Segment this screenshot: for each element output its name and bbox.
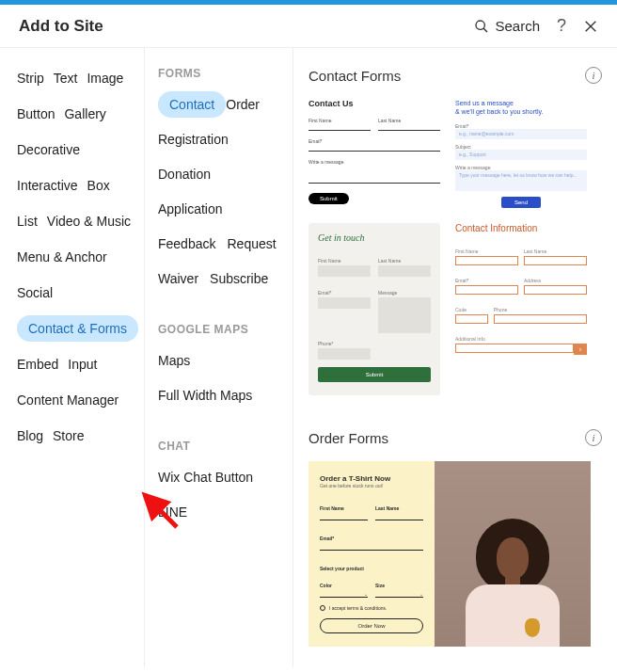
field-placeholder: Type your message here, let us know how … [455, 170, 587, 191]
field-label: Write a message [455, 165, 490, 170]
panel-header: Add to Site Search ? [0, 5, 617, 48]
category-item-blog[interactable]: Blog [17, 423, 53, 449]
field-label: Email* [455, 123, 468, 129]
field-label: First Name [318, 258, 340, 264]
model-illustration [461, 515, 564, 647]
section-header-contact-forms: Contact Forms i [308, 67, 602, 84]
preview-subtitle: Get one before stock runs out! [320, 483, 423, 488]
terms-checkbox: I accept terms & conditions. [320, 605, 423, 611]
form-preview-send-message[interactable]: Send us a message& we'll get back to you… [455, 99, 587, 208]
form-preview-order-tshirt[interactable]: Order a T-Shirt Now Get one before stock… [308, 461, 435, 647]
subcategory-item-registration[interactable]: Registration [158, 126, 240, 152]
order-button: Order Now [320, 618, 423, 633]
subcategory-heading: GOOGLE MAPS [158, 323, 293, 336]
preview-heading: Send us a message& we'll get back to you… [455, 99, 587, 116]
category-item-store[interactable]: Store [53, 423, 93, 449]
subcategory-item-waiver[interactable]: Waiver [158, 265, 210, 292]
subcategory-item-donation[interactable]: Donation [158, 161, 222, 187]
subcategory-heading: FORMS [158, 67, 293, 80]
preview-title: Order a T-Shirt Now [320, 474, 423, 483]
category-item-text[interactable]: Text [54, 65, 87, 91]
category-item-contact-forms[interactable]: Contact & Forms [17, 315, 138, 342]
subcategory-list: FORMSContactOrderRegistrationDonationApp… [145, 48, 293, 667]
form-preview-order-image[interactable] [435, 461, 591, 647]
subcategory-item-wix-chat-button[interactable]: Wix Chat Button [158, 464, 264, 490]
field-label: Code [455, 307, 467, 312]
search-icon [474, 19, 489, 34]
field-label: First Name [320, 505, 344, 511]
category-item-image[interactable]: Image [87, 65, 133, 91]
category-list: StripTextImageButtonGalleryDecorativeInt… [0, 48, 145, 667]
category-item-input[interactable]: Input [68, 351, 106, 377]
section-title: Order Forms [308, 430, 388, 446]
field-label: Color [320, 583, 332, 588]
info-icon[interactable]: i [585, 429, 602, 446]
field-label: Phone [494, 307, 507, 312]
field-placeholder: e.g., Support [455, 150, 587, 160]
panel-body: StripTextImageButtonGalleryDecorativeInt… [0, 48, 617, 667]
field-label: Additional Info [455, 336, 485, 342]
category-item-gallery[interactable]: Gallery [64, 101, 115, 127]
preview-title: Contact Us [308, 99, 440, 108]
help-button[interactable]: ? [557, 16, 566, 36]
category-item-content-manager[interactable]: Content Manager [17, 387, 128, 413]
subcategory-item-line[interactable]: LINE [158, 499, 198, 525]
field-placeholder: e.g., name@example.com [455, 129, 587, 139]
subcategory-item-order[interactable]: Order [226, 91, 271, 118]
subcategory-item-application[interactable]: Application [158, 196, 234, 222]
category-item-box[interactable]: Box [87, 172, 119, 199]
field-label: Email* [320, 536, 334, 541]
subcategory-item-request[interactable]: Request [227, 231, 287, 257]
send-button: Send [501, 197, 541, 208]
category-item-video-music[interactable]: Video & Music [47, 208, 140, 234]
close-button[interactable] [583, 19, 598, 34]
preview-title: Contact Information [455, 223, 587, 233]
form-preview-contact-us[interactable]: Contact Us First Name Last Name Email* W… [308, 99, 440, 208]
field-label: Phone* [318, 341, 333, 346]
subcategory-item-feedback[interactable]: Feedback [158, 231, 227, 257]
category-item-embed[interactable]: Embed [17, 351, 68, 377]
search-button[interactable]: Search [474, 18, 540, 34]
category-item-interactive[interactable]: Interactive [17, 172, 87, 199]
form-preview-get-in-touch[interactable]: Get in touch First Name Last Name Email*… [308, 223, 440, 395]
svg-point-0 [476, 21, 484, 29]
category-item-list[interactable]: List [17, 208, 47, 234]
category-item-button[interactable]: Button [17, 101, 64, 127]
field-label: Last Name [524, 248, 546, 254]
subcategory-item-contact[interactable]: Contact [158, 91, 226, 118]
field-label: Last Name [375, 505, 399, 511]
subcategory-heading: CHAT [158, 440, 293, 453]
submit-arrow-button: › [574, 344, 587, 355]
field-label: Email* [455, 278, 468, 283]
close-icon [583, 19, 598, 34]
subcategory-item-maps[interactable]: Maps [158, 347, 201, 374]
section-title: Contact Forms [308, 68, 401, 84]
field-label: Address [524, 278, 541, 283]
submit-button: Submit [318, 367, 431, 382]
category-item-decorative[interactable]: Decorative [17, 136, 89, 163]
field-label: Select your product [320, 566, 364, 571]
form-preview-contact-information[interactable]: Contact Information First Name Last Name… [455, 223, 587, 395]
field-label: Subject [455, 144, 471, 150]
category-item-strip[interactable]: Strip [17, 65, 54, 91]
field-label: First Name [455, 248, 478, 254]
preview-title: Get in touch [318, 232, 431, 243]
subcategory-item-subscribe[interactable]: Subscribe [210, 265, 279, 292]
svg-line-1 [483, 28, 487, 32]
subcategory-item-full-width-maps[interactable]: Full Width Maps [158, 382, 263, 408]
panel-title: Add to Site [19, 17, 103, 36]
search-label: Search [495, 18, 540, 34]
field-label: Size [375, 583, 385, 588]
category-item-social[interactable]: Social [17, 280, 62, 306]
info-icon[interactable]: i [585, 67, 602, 84]
field-label: Last Name [378, 258, 401, 264]
section-header-order-forms: Order Forms i [308, 429, 602, 446]
category-item-menu-anchor[interactable]: Menu & Anchor [17, 244, 117, 270]
field-label: Email* [318, 290, 331, 296]
preview-pane: Contact Forms i Contact Us First Name La… [293, 48, 617, 667]
submit-button: Submit [308, 193, 349, 204]
field-label: Message [378, 290, 397, 296]
